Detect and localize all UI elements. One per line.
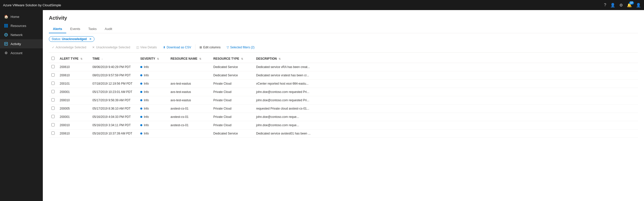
- selected-filters-label: Selected filters (2): [230, 46, 255, 49]
- main-layout: 🏠 Home Resources: [0, 10, 644, 201]
- cell-alert-type: 200101: [57, 80, 90, 88]
- cell-resource-type: Dedicated Service: [211, 63, 254, 71]
- cell-resource-type: Private Cloud: [211, 80, 254, 88]
- home-icon: 🏠: [4, 15, 8, 19]
- help-icon[interactable]: ?: [604, 3, 606, 7]
- cell-resource-name: [168, 129, 211, 138]
- row-checkbox-8[interactable]: [51, 131, 55, 135]
- tab-tasks[interactable]: Tasks: [84, 25, 101, 33]
- status-filter-value: Unacknowledged: [62, 37, 87, 41]
- table-header-row: ALERT TYPE ⇅ TIME ↓ SEVERITY ⇅ RESOURCE …: [49, 55, 638, 63]
- edit-columns-label: Edit columns: [203, 46, 221, 49]
- tab-alerts[interactable]: Alerts: [49, 25, 66, 33]
- status-filter-badge[interactable]: Status: Unacknowledged ✕: [49, 36, 94, 42]
- top-bar: Azure VMware Solution by CloudSimple ? 👤…: [0, 0, 644, 10]
- severity-dot: [140, 91, 142, 93]
- col-header-alert-type[interactable]: ALERT TYPE ⇅: [57, 55, 90, 63]
- row-checkbox-2[interactable]: [51, 82, 55, 85]
- row-checkbox-6[interactable]: [51, 115, 55, 118]
- row-checkbox-0[interactable]: [51, 65, 55, 68]
- cell-time: 05/17/2019 8:36:10 AM PDT: [90, 105, 138, 113]
- acknowledge-selected-button[interactable]: ✓ Acknowledge Selected: [49, 44, 89, 50]
- row-checkbox-cell[interactable]: [49, 113, 57, 121]
- row-checkbox-3[interactable]: [51, 90, 55, 93]
- settings-icon[interactable]: ⚙: [619, 3, 623, 8]
- selected-filters-button[interactable]: ▽ Selected filters (2): [224, 44, 258, 50]
- cell-resource-name: avs-test-eastus: [168, 88, 211, 96]
- cell-time: 07/18/2019 12:19:56 PM PDT: [90, 80, 138, 88]
- row-checkbox-cell[interactable]: [49, 121, 57, 129]
- acknowledge-label: Acknowledge Selected: [56, 46, 86, 49]
- select-all-header[interactable]: [49, 55, 57, 63]
- cell-resource-type: Private Cloud: [211, 113, 254, 121]
- table-row: 200010 05/16/2019 3:34:11 PM PDT Info av…: [49, 121, 638, 129]
- row-checkbox-cell[interactable]: [49, 96, 57, 105]
- table-row: 200101 07/18/2019 12:19:56 PM PDT Info a…: [49, 80, 638, 88]
- sidebar-item-home[interactable]: 🏠 Home: [0, 12, 43, 21]
- toolbar: ✓ Acknowledge Selected ✕ Unacknowledge S…: [49, 44, 638, 53]
- svg-rect-1: [6, 24, 7, 25]
- notifications-icon[interactable]: 🔔 37: [627, 3, 632, 8]
- cell-description: john.doe@contoso.com reque...: [254, 113, 638, 121]
- view-details-button[interactable]: ◫ View Details: [133, 44, 160, 50]
- app-title: Azure VMware Solution by CloudSimple: [3, 3, 61, 7]
- notification-badge: 37: [629, 1, 634, 5]
- filter-icon: ▽: [227, 46, 229, 49]
- col-header-time[interactable]: TIME ↓: [90, 55, 138, 63]
- content-area: Activity Alerts Events Tasks Audit Statu…: [43, 10, 644, 201]
- row-checkbox-4[interactable]: [51, 98, 55, 102]
- col-header-description[interactable]: DESCRIPTION ⇅: [254, 55, 638, 63]
- row-checkbox-cell[interactable]: [49, 63, 57, 71]
- cell-description: Dedicated service vratest has been cr...: [254, 71, 638, 80]
- close-filter-icon[interactable]: ✕: [89, 37, 92, 41]
- cell-resource-type: Private Cloud: [211, 121, 254, 129]
- tab-audit[interactable]: Audit: [101, 25, 116, 33]
- tab-events[interactable]: Events: [66, 25, 84, 33]
- cell-time: 05/17/2019 9:56:39 AM PDT: [90, 96, 138, 105]
- cell-alert-type: 200005: [57, 105, 90, 113]
- row-checkbox-cell[interactable]: [49, 105, 57, 113]
- cell-description: Dedicated service vRA has been creat...: [254, 63, 638, 71]
- severity-sort-icon: ⇅: [157, 57, 159, 60]
- col-header-severity[interactable]: SEVERITY ⇅: [138, 55, 168, 63]
- cell-severity: Info: [138, 63, 168, 71]
- cell-description: john.doe@contoso.com requested Pri...: [254, 88, 638, 96]
- resource-type-sort-icon: ⇅: [241, 57, 243, 60]
- sidebar-item-activity[interactable]: Activity: [0, 39, 43, 48]
- row-checkbox-cell[interactable]: [49, 88, 57, 96]
- row-checkbox-1[interactable]: [51, 73, 55, 77]
- user-settings-icon[interactable]: 👤: [610, 3, 615, 8]
- row-checkbox-cell[interactable]: [49, 80, 57, 88]
- sidebar-item-network-label: Network: [11, 33, 23, 37]
- col-header-resource-name[interactable]: RESOURCE NAME ⇅: [168, 55, 211, 63]
- row-checkbox-7[interactable]: [51, 123, 55, 126]
- time-sort-icon: ↓: [101, 57, 103, 60]
- unacknowledge-selected-button[interactable]: ✕ Unacknowledge Selected: [89, 44, 133, 50]
- cell-resource-type: Private Cloud: [211, 96, 254, 105]
- col-header-resource-type[interactable]: RESOURCE TYPE ⇅: [211, 55, 254, 63]
- resources-icon: [4, 24, 8, 28]
- download-label: Download as CSV: [167, 46, 191, 49]
- row-checkbox-cell[interactable]: [49, 71, 57, 80]
- severity-dot: [140, 74, 142, 76]
- download-csv-button[interactable]: ⬇ Download as CSV: [160, 44, 194, 50]
- account-icon[interactable]: 👤: [636, 3, 641, 8]
- sidebar-item-network[interactable]: Network: [0, 30, 43, 39]
- sidebar-item-account[interactable]: ⚙ Account: [0, 48, 43, 57]
- cell-description: vCenter reported host esxi-984-eastu...: [254, 80, 638, 88]
- edit-columns-button[interactable]: ⊞ Edit columns: [196, 44, 224, 50]
- cell-resource-name: avstest-cs-01: [168, 121, 211, 129]
- view-icon: ◫: [136, 46, 139, 49]
- cell-resource-name: avs-test-eastus: [168, 96, 211, 105]
- cell-time: 08/01/2019 9:57:59 PM PDT: [90, 71, 138, 80]
- sidebar-item-resources[interactable]: Resources: [0, 21, 43, 30]
- cell-time: 05/16/2019 4:04:33 PM PDT: [90, 113, 138, 121]
- cell-severity: Info: [138, 113, 168, 121]
- status-filter-label: Status:: [52, 37, 61, 41]
- sidebar-item-activity-label: Activity: [11, 42, 21, 46]
- select-all-checkbox[interactable]: [51, 57, 55, 60]
- cell-resource-name: avstest-cs-01: [168, 105, 211, 113]
- severity-dot: [140, 108, 142, 110]
- row-checkbox-cell[interactable]: [49, 129, 57, 138]
- row-checkbox-5[interactable]: [51, 107, 55, 110]
